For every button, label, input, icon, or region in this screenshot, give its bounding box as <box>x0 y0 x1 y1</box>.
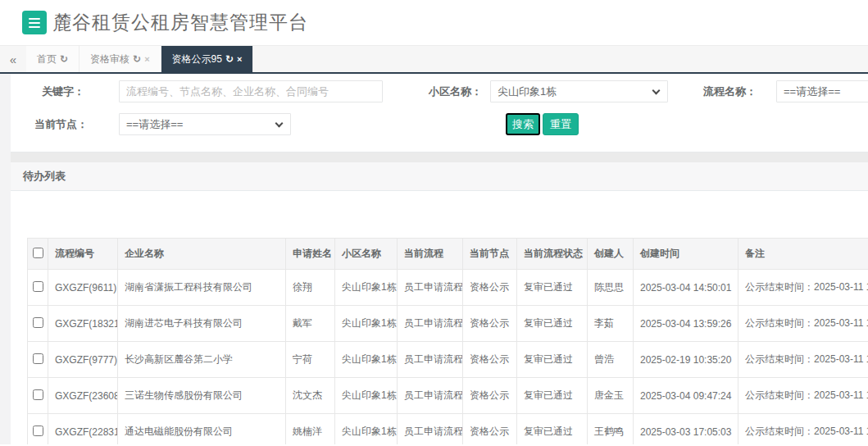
todo-table: 流程编号 企业名称 申请姓名 小区名称 当前流程 当前节点 当前流程状态 创建人… <box>27 238 868 444</box>
cell-process: 员工申请流程 <box>398 378 463 414</box>
cell-process: 员工申请流程 <box>398 342 463 378</box>
cell-code: GXGZF(22831) <box>48 414 118 445</box>
community-select-wrap: 尖山印象1栋 <box>490 80 668 102</box>
cell-status: 复审已通过 <box>517 270 588 306</box>
cell-code: GXGZF(9777) <box>48 342 118 378</box>
app-header: 麓谷租赁公租房智慧管理平台 <box>0 0 868 45</box>
cell-process: 员工申请流程 <box>398 306 463 342</box>
table-row: GXGZF(9777) 长沙高新区麓谷第二小学 宁荷 尖山印象1栋 员工申请流程… <box>28 342 868 378</box>
cell-creator: 王鹤鸣 <box>588 414 634 445</box>
node-select[interactable]: ==请选择== <box>119 113 291 135</box>
row-check-cell <box>28 306 48 342</box>
header-community: 小区名称 <box>335 239 398 270</box>
cell-remark: 公示结束时间：2025-03-11 15:37:08 <box>738 306 868 342</box>
cell-node: 资格公示 <box>463 270 517 306</box>
community-label: 小区名称： <box>425 80 482 102</box>
cell-creator: 曾浩 <box>588 342 634 378</box>
cell-applicant: 徐翔 <box>286 270 335 306</box>
tab-bar: « 首页 ↻ 资格审核 ↻ × 资格公示95 ↻ × <box>0 45 868 74</box>
cell-remark: 公示结束时间：2025-03-11 14:14:52 <box>738 342 868 378</box>
node-select-wrap: ==请选择== <box>119 113 291 135</box>
hamburger-menu-icon[interactable] <box>22 11 47 34</box>
cell-remark: 公示结束时间：2025-03-11 15:37:18 <box>738 270 868 306</box>
cell-company: 通达电磁能股份有限公司 <box>118 414 286 445</box>
cell-creator: 唐金玉 <box>588 378 634 414</box>
cell-applicant: 戴军 <box>286 306 335 342</box>
tab-qualification-review-label: 资格审核 <box>90 52 130 66</box>
table-row: GXGZF(9611) 湖南省潇振工程科技有限公司 徐翔 尖山印象1栋 员工申请… <box>28 270 868 306</box>
cell-company: 湖南进芯电子科技有限公司 <box>118 306 286 342</box>
cell-community: 尖山印象1栋 <box>335 270 398 306</box>
tab-home[interactable]: 首页 ↻ <box>26 46 80 72</box>
left-gutter <box>0 74 11 444</box>
todo-panel-body: 流程编号 企业名称 申请姓名 小区名称 当前流程 当前节点 当前流程状态 创建人… <box>11 191 868 444</box>
cell-created: 2025-02-19 10:35:20 <box>634 342 738 378</box>
cell-code: GXGZF(23608) <box>48 378 118 414</box>
table-row: GXGZF(18321) 湖南进芯电子科技有限公司 戴军 尖山印象1栋 员工申请… <box>28 306 868 342</box>
row-checkbox[interactable] <box>33 389 43 400</box>
cell-remark: 公示结束时间：2025-03-11 10:14:02 <box>738 414 868 445</box>
table-row: GXGZF(22831) 通达电磁能股份有限公司 姚楠洋 尖山印象1栋 员工申请… <box>28 414 868 445</box>
cell-created: 2025-03-04 09:47:24 <box>634 378 738 414</box>
tab-home-label: 首页 <box>37 52 57 66</box>
close-icon[interactable]: × <box>237 54 242 64</box>
community-select[interactable]: 尖山印象1栋 <box>490 80 668 102</box>
cell-community: 尖山印象1栋 <box>335 414 398 445</box>
refresh-icon[interactable]: ↻ <box>133 53 141 65</box>
close-icon[interactable]: × <box>144 54 149 64</box>
cell-company: 长沙高新区麓谷第二小学 <box>118 342 286 378</box>
row-checkbox[interactable] <box>33 281 43 292</box>
row-check-cell <box>28 270 48 306</box>
node-label: 当前节点： <box>25 113 88 135</box>
cell-node: 资格公示 <box>463 306 517 342</box>
row-checkbox[interactable] <box>33 317 43 328</box>
todo-panel-title: 待办列表 <box>11 162 868 191</box>
tab-qualification-review[interactable]: 资格审核 ↻ × <box>80 46 161 72</box>
tab-qualification-publicity-label: 资格公示95 <box>172 52 222 66</box>
table-header-row: 流程编号 企业名称 申请姓名 小区名称 当前流程 当前节点 当前流程状态 创建人… <box>28 239 868 270</box>
table-row: GXGZF(23608) 三诺生物传感股份有限公司 沈文杰 尖山印象1栋 员工申… <box>28 378 868 414</box>
cell-created: 2025-03-04 14:50:01 <box>634 270 738 306</box>
collapse-tabs-icon[interactable]: « <box>0 46 26 72</box>
page-title: 麓谷租赁公租房智慧管理平台 <box>52 10 308 35</box>
search-button[interactable]: 搜索 <box>506 113 540 135</box>
cell-created: 2025-03-03 17:05:03 <box>634 414 738 445</box>
cell-creator: 李茹 <box>588 306 634 342</box>
cell-code: GXGZF(9611) <box>48 270 118 306</box>
cell-remark: 公示结束时间：2025-03-11 10:14:10 <box>738 378 868 414</box>
filter-panel: 关键字： 小区名称： 尖山印象1栋 流程名称： ==请选择== 当前节点： ==… <box>11 74 868 152</box>
refresh-icon[interactable]: ↻ <box>60 53 68 65</box>
header-code: 流程编号 <box>48 239 118 270</box>
row-checkbox[interactable] <box>33 353 43 364</box>
header-process: 当前流程 <box>398 239 463 270</box>
row-check-cell <box>28 378 48 414</box>
main-content: 关键字： 小区名称： 尖山印象1栋 流程名称： ==请选择== 当前节点： ==… <box>11 74 868 444</box>
header-created: 创建时间 <box>634 239 738 270</box>
cell-status: 复审已通过 <box>517 306 588 342</box>
cell-community: 尖山印象1栋 <box>335 342 398 378</box>
cell-community: 尖山印象1栋 <box>335 378 398 414</box>
cell-applicant: 沈文杰 <box>286 378 335 414</box>
header-remark: 备注 <box>738 239 868 270</box>
cell-community: 尖山印象1栋 <box>335 306 398 342</box>
row-check-cell <box>28 342 48 378</box>
row-checkbox[interactable] <box>33 426 43 436</box>
cell-company: 三诺生物传感股份有限公司 <box>118 378 286 414</box>
cell-applicant: 宁荷 <box>286 342 335 378</box>
reset-button[interactable]: 重置 <box>543 113 579 135</box>
process-select-wrap: ==请选择== <box>776 80 868 102</box>
panel-separator <box>11 152 868 162</box>
process-select[interactable]: ==请选择== <box>776 80 868 102</box>
cell-creator: 陈思思 <box>588 270 634 306</box>
header-company: 企业名称 <box>118 239 286 270</box>
keyword-label: 关键字： <box>23 80 84 102</box>
keyword-input[interactable] <box>119 80 383 102</box>
cell-process: 员工申请流程 <box>398 414 463 445</box>
select-all-checkbox[interactable] <box>33 248 43 258</box>
tab-qualification-publicity[interactable]: 资格公示95 ↻ × <box>161 46 254 72</box>
refresh-icon[interactable]: ↻ <box>225 53 234 65</box>
cell-node: 资格公示 <box>463 414 517 445</box>
cell-code: GXGZF(18321) <box>48 306 118 342</box>
cell-status: 复审已通过 <box>517 342 588 378</box>
cell-status: 复审已通过 <box>517 378 588 414</box>
